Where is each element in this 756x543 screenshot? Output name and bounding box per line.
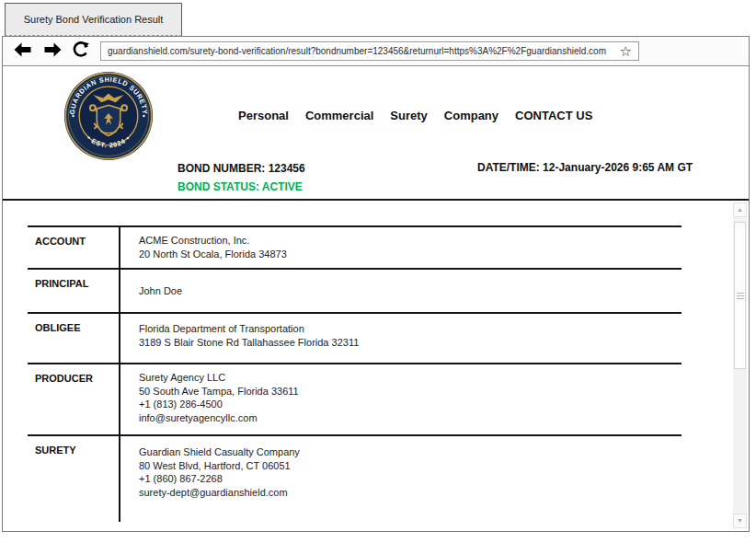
forward-arrow-icon (44, 42, 62, 60)
row-value: John Doe (120, 270, 682, 312)
guardian-shield-seal-icon: GUARDIAN SHIELD SURETY • EST. 2024 • (62, 71, 155, 161)
bond-details-table: ACCOUNT ACME Construction, Inc.20 North … (28, 225, 682, 522)
scroll-up-button[interactable]: ▲ (733, 202, 747, 217)
row-label: PRODUCER (28, 364, 120, 434)
row-label: OBLIGEE (28, 314, 120, 363)
main-nav: Personal Commercial Surety Company CONTA… (238, 109, 592, 122)
scrollbar-thumb[interactable] (734, 222, 746, 369)
browser-window: guardianshield.com/surety-bond-verificat… (2, 36, 750, 532)
url-bar[interactable]: guardianshield.com/surety-bond-verificat… (100, 41, 639, 61)
nav-item-commercial[interactable]: Commercial (305, 109, 373, 122)
row-label: SURETY (28, 436, 120, 522)
value-line: +1 (860) 867-2268 (139, 472, 678, 486)
table-row: PRODUCER Surety Agency LLC50 South Ave T… (28, 363, 682, 434)
bookmark-star-icon[interactable]: ☆ (620, 44, 632, 58)
value-line: Florida Department of Transportation (139, 322, 678, 336)
nav-item-personal[interactable]: Personal (238, 109, 289, 122)
row-label: ACCOUNT (28, 227, 120, 268)
page: Surety Bond Verification Result (0, 0, 756, 543)
bond-number: BOND NUMBER: 123456 (178, 162, 305, 175)
row-label: PRINCIPAL (28, 270, 120, 312)
row-value: Guardian Shield Casualty Company80 West … (120, 436, 682, 522)
forward-button[interactable] (44, 42, 62, 60)
value-line: Surety Agency LLC (139, 371, 678, 385)
table-row: ACCOUNT ACME Construction, Inc.20 North … (28, 225, 682, 268)
company-logo: GUARDIAN SHIELD SURETY • EST. 2024 • (62, 71, 155, 161)
row-value: Florida Department of Transportation3189… (120, 314, 682, 363)
refresh-icon (73, 41, 89, 61)
value-line: surety-dept@guardianshield.com (139, 486, 678, 500)
table-row: PRINCIPAL John Doe (28, 268, 682, 312)
value-line: John Doe (139, 284, 678, 298)
nav-item-company[interactable]: Company (444, 109, 498, 122)
table-row: SURETY Guardian Shield Casualty Company8… (28, 434, 682, 522)
table-row: OBLIGEE Florida Department of Transporta… (28, 312, 682, 363)
site-header: GUARDIAN SHIELD SURETY • EST. 2024 • (3, 66, 749, 201)
value-line: 3189 S Blair Stone Rd Tallahassee Florid… (139, 336, 678, 350)
value-line: 80 West Blvd, Hartford, CT 06051 (139, 459, 678, 473)
browser-tab[interactable]: Surety Bond Verification Result (5, 3, 182, 36)
nav-item-contact-us[interactable]: CONTACT US (515, 109, 592, 122)
vertical-scrollbar[interactable]: ▲ ▼ (733, 202, 747, 528)
back-button[interactable] (14, 42, 31, 60)
value-line: info@suretyagencyllc.com (139, 411, 678, 425)
value-line: 50 South Ave Tampa, Florida 33611 (139, 385, 678, 399)
bond-status: BOND STATUS: ACTIVE (178, 180, 303, 193)
row-value: ACME Construction, Inc.20 North St Ocala… (120, 227, 682, 268)
row-value: Surety Agency LLC50 South Ave Tampa, Flo… (120, 364, 682, 434)
value-line: +1 (813) 286-4500 (139, 398, 678, 411)
nav-item-surety[interactable]: Surety (390, 109, 427, 122)
url-text: guardianshield.com/surety-bond-verificat… (108, 46, 614, 56)
scrollbar-grip-icon (737, 293, 744, 301)
scroll-up-icon: ▲ (737, 206, 743, 213)
tab-title: Surety Bond Verification Result (24, 14, 164, 25)
date-time: DATE/TIME: 12-January-2026 9:65 AM GT (477, 161, 693, 174)
back-arrow-icon (14, 42, 31, 60)
value-line: Guardian Shield Casualty Company (139, 445, 678, 459)
scroll-down-icon: ▼ (737, 517, 743, 524)
result-area: ACCOUNT ACME Construction, Inc.20 North … (3, 201, 749, 531)
value-line: ACME Construction, Inc. (139, 234, 678, 248)
value-line: 20 North St Ocala, Florida 34873 (139, 248, 678, 261)
refresh-button[interactable] (73, 41, 89, 61)
browser-toolbar: guardianshield.com/surety-bond-verificat… (3, 37, 749, 66)
scroll-down-button[interactable]: ▼ (733, 514, 747, 528)
